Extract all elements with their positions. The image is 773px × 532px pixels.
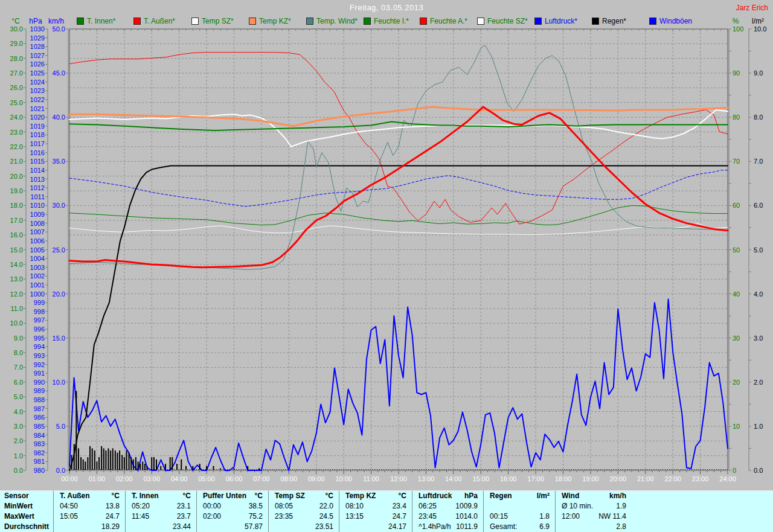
stats-table: SensorMinWertMaxWertDurchschnittT. Außen…	[0, 490, 773, 532]
svg-text:1020: 1020	[30, 114, 45, 121]
svg-text:22.0: 22.0	[10, 143, 23, 150]
svg-text:1024: 1024	[30, 79, 45, 86]
svg-text:24:00: 24:00	[719, 475, 736, 482]
table-cell: 24.17	[388, 522, 406, 532]
svg-text:982: 982	[34, 449, 45, 457]
table-cell: 08:10	[345, 501, 364, 511]
svg-text:1002: 1002	[30, 272, 45, 280]
legend-label-temp-sz: Temp SZ*	[202, 17, 234, 25]
svg-text:1012: 1012	[30, 184, 45, 191]
table-cell: Puffer Unten	[203, 491, 246, 501]
svg-text:02:00: 02:00	[116, 475, 133, 482]
svg-text:7.0: 7.0	[754, 158, 763, 165]
svg-text:28.0: 28.0	[10, 55, 23, 62]
table-cell: 08:05	[275, 501, 293, 511]
table-cell: 02:00	[203, 511, 221, 522]
table-cell: Ø 10 min.	[562, 501, 593, 511]
legend-item-feuchte-sz[interactable]: Feuchte SZ*	[477, 17, 528, 25]
legend-swatch-t-aussen	[133, 18, 141, 25]
svg-text:10:00: 10:00	[335, 475, 352, 482]
svg-text:10.0: 10.0	[754, 25, 766, 33]
svg-text:20:00: 20:00	[610, 475, 627, 482]
svg-text:1027: 1027	[30, 52, 45, 59]
legend-item-windboeen[interactable]: Windböen	[649, 17, 692, 25]
legend-item-t-aussen[interactable]: T. Außen*	[133, 17, 175, 25]
svg-text:80: 80	[733, 114, 740, 121]
svg-text:3.0: 3.0	[754, 335, 763, 342]
svg-text:996: 996	[34, 325, 45, 333]
table-cell: 04:50	[60, 501, 78, 511]
table-cell: 00:00	[203, 501, 221, 511]
svg-text:10: 10	[733, 423, 740, 430]
svg-text:999: 999	[34, 299, 45, 306]
svg-text:1025: 1025	[30, 69, 45, 77]
svg-text:07:00: 07:00	[253, 475, 270, 482]
svg-text:70: 70	[733, 158, 740, 165]
svg-text:30: 30	[733, 335, 740, 342]
user-name-label: Jarz Erich	[736, 4, 768, 12]
svg-text:0.0: 0.0	[14, 467, 23, 474]
legend-item-temp-kz[interactable]: Temp KZ*	[249, 17, 291, 25]
legend-item-luftdruck[interactable]: Luftdruck*	[534, 17, 577, 25]
svg-text:983: 983	[34, 440, 45, 447]
table-cell: T. Außen	[60, 491, 90, 501]
legend-label-t-innen: T. Innen*	[87, 17, 115, 25]
svg-text:19:00: 19:00	[582, 475, 599, 482]
svg-text:21.0: 21.0	[10, 158, 23, 165]
svg-text:985: 985	[34, 423, 45, 430]
svg-text:1.0: 1.0	[14, 452, 23, 460]
svg-text:15.0: 15.0	[53, 335, 65, 342]
table-col-luftdruck: LuftdruckhPa06:251009.923:451014.0^1.4hP…	[412, 491, 483, 532]
svg-text:16:00: 16:00	[500, 475, 517, 482]
table-cell: °C	[326, 491, 333, 501]
svg-text:6.0: 6.0	[14, 379, 23, 386]
svg-text:1007: 1007	[30, 228, 45, 236]
svg-text:7.0: 7.0	[14, 364, 23, 371]
table-row-label: MinWert	[0, 501, 53, 511]
svg-text:40: 40	[733, 290, 740, 298]
svg-text:1029: 1029	[30, 34, 45, 42]
svg-text:90: 90	[733, 69, 740, 77]
table-col-t-innen: T. Innen°C05:2023.111:4523.723.44	[125, 491, 196, 532]
svg-text:991: 991	[34, 370, 45, 377]
svg-text:992: 992	[34, 361, 45, 368]
table-cell: Gesamt:	[490, 522, 517, 532]
legend-item-feuchte-a[interactable]: Feuchte A.*	[420, 17, 467, 25]
svg-text:1004: 1004	[30, 255, 45, 262]
svg-text:12.0: 12.0	[10, 290, 23, 298]
legend-item-temp-wind[interactable]: Temp. Wind*	[306, 17, 358, 25]
svg-text:03:00: 03:00	[143, 475, 160, 482]
svg-text:984: 984	[34, 432, 45, 439]
table-cell: 57.87	[245, 522, 263, 532]
svg-text:60: 60	[733, 202, 740, 209]
weather-app-window: { "header": { "title": "Freitag, 03.05.2…	[0, 0, 773, 532]
legend-item-t-innen[interactable]: T. Innen*	[77, 17, 115, 25]
svg-text:1019: 1019	[30, 123, 45, 130]
table-col-regen: Regenl/m²00:151.8Gesamt:6.9	[483, 491, 555, 532]
table-cell: 15:05	[60, 511, 78, 522]
svg-text:50.0: 50.0	[53, 25, 65, 33]
svg-text:45.0: 45.0	[53, 69, 65, 77]
svg-text:993: 993	[34, 352, 45, 359]
legend-item-temp-sz[interactable]: Temp SZ*	[191, 17, 234, 25]
svg-text:998: 998	[34, 308, 45, 315]
table-cell: 1009.9	[455, 501, 478, 511]
svg-text:14.0: 14.0	[10, 261, 23, 268]
svg-text:30.0: 30.0	[10, 25, 23, 33]
table-cell: Luftdruck	[419, 491, 452, 501]
svg-text:1015: 1015	[30, 158, 45, 165]
svg-text:17.0: 17.0	[10, 217, 23, 224]
svg-text:5.0: 5.0	[56, 423, 65, 430]
svg-text:1006: 1006	[30, 237, 45, 245]
table-cell: 1.9	[616, 501, 626, 511]
svg-text:1018: 1018	[30, 131, 45, 138]
svg-text:18.0: 18.0	[10, 202, 23, 209]
table-cell: 18.29	[101, 522, 120, 532]
legend-item-feuchte-i[interactable]: Feuchte I.*	[364, 17, 409, 25]
svg-text:40.0: 40.0	[53, 114, 65, 121]
legend-item-regen[interactable]: Regen*	[592, 17, 626, 25]
svg-text:25.0: 25.0	[10, 99, 23, 106]
svg-text:1003: 1003	[30, 264, 45, 271]
svg-text:15:00: 15:00	[472, 475, 489, 482]
table-cell: Regen	[490, 491, 512, 501]
